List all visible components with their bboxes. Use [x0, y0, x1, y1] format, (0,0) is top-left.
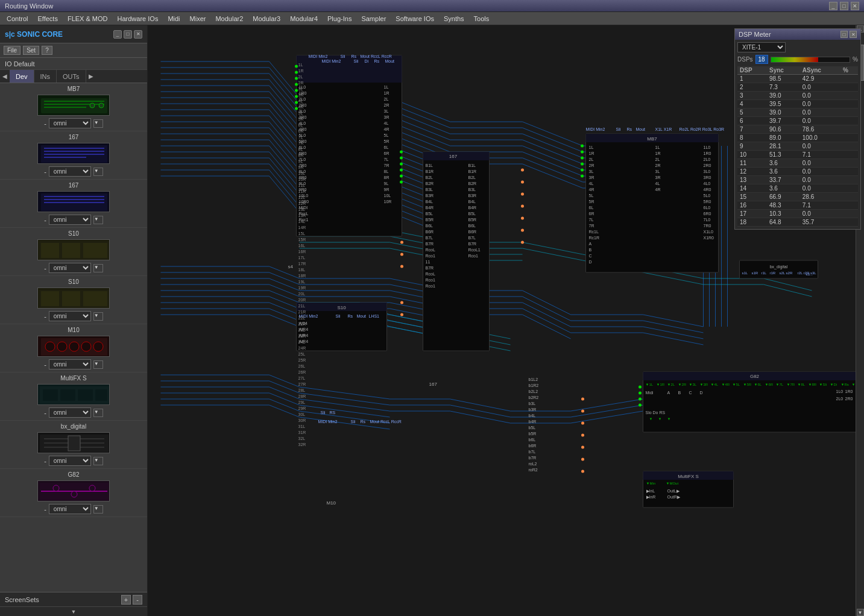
- device-arrow-167b[interactable]: ▼: [93, 216, 103, 224]
- dsp-row-pct: [840, 201, 858, 210]
- menu-midi[interactable]: Midi: [163, 13, 184, 24]
- device-arrow-g82[interactable]: ▼: [93, 505, 103, 514]
- device-arrow-multifx[interactable]: ▼: [93, 409, 103, 417]
- window-controls[interactable]: _ □ ✕: [829, 2, 859, 10]
- dsp-row-pct: [840, 75, 858, 83]
- menu-control[interactable]: Control: [2, 13, 32, 24]
- tab-dev[interactable]: Dev: [10, 70, 34, 83]
- dsp-row-num: 17: [737, 210, 767, 218]
- device-thumbnail-s10b[interactable]: [37, 288, 110, 309]
- panel-close-btn[interactable]: ✕: [134, 30, 142, 39]
- svg-text:Sli: Sli: [616, 127, 621, 131]
- help-button[interactable]: ?: [42, 46, 52, 55]
- device-thumbnail-m10[interactable]: [37, 336, 110, 357]
- device-ctrl-dash-multifx: -: [44, 409, 46, 416]
- panel-minimize-btn[interactable]: _: [113, 30, 122, 39]
- menu-plug-ins[interactable]: Plug-Ins: [323, 13, 356, 24]
- minimize-button[interactable]: _: [829, 2, 837, 10]
- routing-area[interactable]: MIDI Min2 Sli Di Rs Mout 1L01L 1R01R 2L0…: [148, 25, 864, 616]
- svg-text:G82: G82: [750, 374, 760, 379]
- device-thumbnail-multifx[interactable]: [37, 384, 110, 405]
- tab-right-arrow[interactable]: ▶: [86, 70, 96, 83]
- svg-text:15R: 15R: [298, 237, 306, 242]
- screensets-add-btn[interactable]: +: [121, 595, 131, 605]
- device-arrow-bxd[interactable]: ▼: [93, 457, 103, 465]
- device-arrow-m10[interactable]: ▼: [93, 360, 103, 369]
- device-controls-m10: - omni ▼: [2, 358, 145, 371]
- svg-text:Slo Do RS: Slo Do RS: [646, 410, 666, 415]
- svg-point-50: [53, 485, 59, 491]
- dsp-row-async: 78.6: [800, 125, 840, 134]
- dsp-title-controls[interactable]: □ ✕: [840, 31, 857, 38]
- svg-text:Rs: Rs: [348, 314, 353, 318]
- device-ctrl-dash-s10a: -: [44, 265, 46, 272]
- dsp-row-sync: 51.3: [767, 151, 800, 159]
- svg-text:1R0: 1R0: [704, 151, 711, 156]
- menu-synths[interactable]: Synths: [440, 13, 468, 24]
- device-arrow-167a[interactable]: ▼: [93, 168, 103, 176]
- list-item: G82 - omni ▼: [0, 469, 147, 517]
- dsp-row-sync: 48.3: [767, 201, 800, 210]
- maximize-button[interactable]: □: [840, 2, 848, 10]
- svg-text:1R: 1R: [655, 151, 661, 156]
- device-dropdown-mb7[interactable]: omni: [49, 118, 91, 128]
- device-dropdown-167a[interactable]: omni: [49, 166, 91, 177]
- menu-modular2[interactable]: Modular2: [211, 13, 247, 24]
- svg-text:6R: 6R: [589, 212, 594, 216]
- device-name-mb7: MB7: [2, 84, 145, 93]
- svg-text:2R: 2R: [384, 103, 389, 107]
- svg-text:▼Sli: ▼Sli: [819, 383, 827, 386]
- dsp-maximize-btn[interactable]: □: [840, 31, 848, 38]
- menu-mixer[interactable]: Mixer: [186, 13, 210, 24]
- tab-outs[interactable]: OUTs: [57, 70, 86, 83]
- menu-flex-mod[interactable]: FLEX & MOD: [63, 13, 112, 24]
- device-arrow-mb7[interactable]: ▼: [93, 119, 103, 128]
- svg-text:10R: 10R: [298, 177, 306, 181]
- svg-text:B4L: B4L: [426, 200, 434, 204]
- device-thumbnail-g82[interactable]: [37, 480, 110, 501]
- screensets-remove-btn[interactable]: -: [133, 595, 142, 605]
- device-dropdown-bxd[interactable]: omni: [49, 456, 91, 466]
- device-dropdown-m10[interactable]: omni: [49, 359, 91, 369]
- tab-left-arrow[interactable]: ◀: [0, 70, 10, 83]
- svg-text:18L: 18L: [298, 268, 306, 272]
- tab-ins[interactable]: INs: [34, 70, 57, 83]
- scroll-down-arrow[interactable]: ▼: [857, 609, 864, 616]
- close-button[interactable]: ✕: [851, 2, 859, 10]
- svg-text:1R: 1R: [298, 69, 304, 73]
- svg-text:8L: 8L: [298, 147, 303, 151]
- panel-maximize-btn[interactable]: □: [124, 30, 132, 39]
- device-controls-s10a: - omni ▼: [2, 262, 145, 274]
- menu-modular4[interactable]: Modular4: [286, 13, 322, 24]
- device-dropdown-g82[interactable]: omni: [49, 504, 91, 514]
- device-dropdown-s10b[interactable]: omni: [49, 311, 91, 321]
- device-thumbnail-s10a[interactable]: [37, 239, 110, 260]
- device-arrow-s10a[interactable]: ▼: [93, 264, 103, 272]
- menu-effects[interactable]: Effects: [33, 13, 61, 24]
- device-thumbnail-bxd[interactable]: [37, 432, 110, 453]
- menu-hardware-ios[interactable]: Hardware IOs: [113, 13, 163, 24]
- dsp-xite-select[interactable]: XITE-1: [737, 42, 786, 52]
- device-thumbnail-mb7[interactable]: [37, 95, 110, 116]
- menu-modular3[interactable]: Modular3: [248, 13, 285, 24]
- svg-text:roL2: roL2: [529, 462, 537, 466]
- menu-sampler[interactable]: Sampler: [357, 13, 390, 24]
- device-dropdown-s10a[interactable]: omni: [49, 263, 91, 273]
- device-dropdown-167b[interactable]: omni: [49, 215, 91, 225]
- panel-header-controls[interactable]: _ □ ✕: [113, 30, 142, 39]
- device-controls-167b: - omni ▼: [2, 213, 145, 226]
- menu-tools[interactable]: Tools: [470, 13, 494, 24]
- file-button[interactable]: File: [4, 46, 20, 55]
- svg-text:Sli: Sli: [351, 420, 356, 424]
- device-thumbnail-167a[interactable]: [37, 143, 110, 164]
- set-button[interactable]: Set: [23, 46, 39, 55]
- panel-scroll-down[interactable]: ▼: [0, 606, 147, 616]
- dsp-row-pct: [840, 151, 858, 159]
- svg-text:M10: M10: [327, 500, 336, 506]
- device-dropdown-multifx[interactable]: omni: [49, 407, 91, 418]
- menu-software-ios[interactable]: Software IOs: [391, 13, 438, 24]
- dsp-close-btn[interactable]: ✕: [850, 31, 857, 38]
- svg-point-367: [581, 163, 584, 166]
- device-thumbnail-167b[interactable]: [37, 191, 110, 212]
- device-arrow-s10b[interactable]: ▼: [93, 312, 103, 321]
